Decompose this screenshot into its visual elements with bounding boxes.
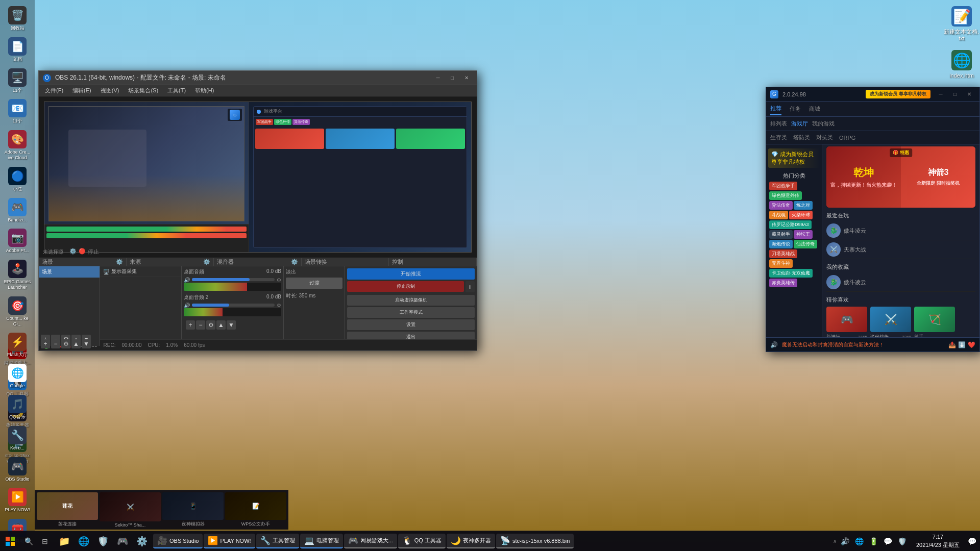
obs-volume-slider-1[interactable] [192, 304, 275, 307]
gp-fav-game-0[interactable]: 🐉 傲斗凌云 [826, 273, 975, 292]
gp-nav-orpg[interactable]: ORPG [839, 135, 855, 141]
obs-up-source[interactable]: ▲ [71, 339, 81, 348]
thumb-wps[interactable]: 📝 WPS公文办手 [225, 492, 286, 528]
thumb-night[interactable]: 📱 夜神模拟器 [162, 492, 224, 528]
taskbar-app-shield[interactable]: 🛡️ [94, 532, 112, 550]
gp-tag-7[interactable]: 藏灵射手 [769, 230, 793, 239]
taskbar-running-play[interactable]: ▶️ PLAY NOW! [204, 534, 255, 548]
desktop-icon-buildtext[interactable]: 📝 新建文本文档.txt [941, 4, 980, 44]
taskbar-running-netease[interactable]: 🎮 网易游戏大... [344, 534, 397, 548]
obs-scene-item-0[interactable]: 场景 [39, 266, 100, 278]
sidebar-icon-recycle[interactable]: 🗑️ 回收站 [2, 4, 33, 33]
tray-volume-icon[interactable]: 🔊 [839, 535, 851, 547]
gp-tag-3[interactable]: 炼之对 [794, 201, 813, 210]
obs-source-item-0[interactable]: 🖥️ 显示器采集 [100, 266, 181, 277]
gp-tab-shop[interactable]: 商城 [809, 103, 820, 115]
obs-settings-source[interactable]: ⚙ [61, 339, 70, 348]
obs-rec-pause[interactable]: ⏸ [465, 281, 475, 292]
obs-up-mixer[interactable]: ▲ [216, 320, 226, 330]
taskbar-notification-button[interactable]: 💬 [964, 531, 980, 552]
obs-stop-rec-button[interactable]: 停止录制 [347, 281, 464, 292]
sidebar-icon-steam[interactable]: 🎮 OBS Studio [2, 455, 33, 484]
obs-studio-mode-button[interactable]: 工作室模式 [347, 307, 475, 318]
sidebar-icon-counter[interactable]: 🎯 Count... ke Gi... [2, 294, 33, 329]
gp-tag-1[interactable]: 绿色惬意外传 [769, 191, 802, 200]
obs-sources-add[interactable]: ⚙️ [203, 259, 210, 265]
gp-notif-download[interactable]: ⬇️ [958, 341, 966, 348]
gp-close-button[interactable]: ✕ [963, 90, 975, 98]
obs-settings-icon[interactable]: ⚙️ [69, 248, 77, 256]
obs-remove-source[interactable]: − [51, 339, 60, 348]
gp-recent-game-1[interactable]: ⚔️ 天寨大战 [826, 240, 975, 259]
taskbar-running-qq[interactable]: 🐧 QQ 工具器 [398, 534, 446, 548]
taskbar-app-browser[interactable]: 🌐 [75, 532, 93, 550]
obs-settings-mixer-btn[interactable]: ⚙ [206, 320, 215, 330]
sidebar-icon-google[interactable]: 🌐 Google [2, 362, 33, 391]
gp-maximize-button[interactable]: □ [949, 90, 961, 98]
sidebar-icon-docs[interactable]: 📄 文档 [2, 35, 33, 64]
gp-tag-6[interactable]: 传罗记公路D99A3 [769, 220, 812, 229]
gp-rec-card-2[interactable]: 🏹 射手 ★★★☆☆ [914, 307, 955, 337]
obs-settings-mixer-0[interactable]: ⚙ [277, 277, 281, 283]
gp-tab-tasks[interactable]: 任务 [790, 103, 801, 115]
obs-maximize-button[interactable]: □ [446, 74, 458, 82]
gp-diamond-vip[interactable]: 💎 成为新锐会员尊享非凡特权 [768, 148, 820, 168]
taskbar-taskview-button[interactable]: ⊟ [37, 531, 53, 552]
gp-nav-tower[interactable]: 塔防类 [793, 134, 810, 141]
gp-tag-12[interactable]: 无界斗神 [769, 259, 793, 268]
obs-scenes-add[interactable]: ⚙️ [116, 259, 123, 265]
obs-start-stream-button[interactable]: 开始推流 [347, 268, 475, 280]
obs-cut-button[interactable]: 过渡 [286, 278, 342, 289]
obs-add-mixer[interactable]: + [186, 320, 195, 330]
thumb-sekiro[interactable]: ⚔️ Sekiro™ Sha... [100, 492, 161, 528]
obs-record-icon[interactable]: 🔴 [79, 248, 86, 256]
gp-tag-5[interactable]: 火柴环球 [789, 211, 813, 219]
gp-notif-share[interactable]: 📤 [948, 341, 956, 348]
gp-minimize-button[interactable]: ─ [935, 90, 947, 98]
gp-nav-mygames[interactable]: 我的游戏 [812, 120, 835, 128]
gp-tag-0[interactable]: 军团战争手 [769, 182, 797, 190]
taskbar-app-game[interactable]: 🎮 [113, 532, 132, 550]
gp-tag-13[interactable]: 卡卫仙距·无双仙魔 [769, 269, 813, 278]
thumb-lotus[interactable]: 莲花 莲花连接 [37, 492, 98, 528]
obs-menu-tools[interactable]: 工具(T) [163, 86, 190, 95]
tray-expand-button[interactable]: ∧ [833, 538, 837, 544]
taskbar-running-night[interactable]: 🌙 夜神多开器 [447, 534, 495, 548]
gp-tag-2[interactable]: 异法传奇 [769, 201, 793, 210]
obs-remove-mixer[interactable]: − [196, 320, 205, 330]
gp-tag-9[interactable]: 海炮传说 [769, 240, 793, 248]
gp-tag-10[interactable]: 仙法传奇 [794, 240, 817, 248]
obs-menu-help[interactable]: 帮助(H) [191, 86, 218, 95]
obs-down-mixer[interactable]: ▼ [227, 320, 236, 330]
obs-settings-button[interactable]: 设置 [347, 319, 475, 330]
obs-menu-view[interactable]: 视图(V) [96, 86, 124, 95]
taskbar-running-manage[interactable]: 💻 电脑管理 [300, 534, 343, 548]
gp-tag-11[interactable]: 刀塔英雄战 [769, 249, 797, 258]
obs-mute-0[interactable]: 🔊 [184, 277, 190, 283]
obs-menu-scene-collection[interactable]: 场景集合(S) [124, 86, 162, 95]
gp-rec-card-0[interactable]: 🎮 新神坛 3155 ★★★★★ [826, 307, 867, 337]
obs-minimize-button[interactable]: ─ [432, 74, 444, 82]
gp-tag-8[interactable]: 神坛王 [794, 230, 813, 239]
tray-battery-icon[interactable]: 🔋 [867, 535, 879, 547]
gp-tag-14[interactable]: 赤炎英雄传 [769, 279, 797, 287]
tray-network-icon[interactable]: 🌐 [853, 535, 865, 547]
gp-nav-queue[interactable]: 排列表 [770, 120, 787, 128]
sidebar-icon-bandiz[interactable]: 🎮 Bandizi... [2, 196, 33, 225]
obs-settings-mixer-1[interactable]: ⚙ [277, 303, 281, 308]
gp-nav-pvp[interactable]: 对抗类 [816, 134, 833, 141]
sidebar-icon-adobe[interactable]: 🎨 Adobe Cre...ive Cloud [2, 128, 33, 163]
gp-tab-featured[interactable]: 推荐 [770, 103, 781, 115]
obs-add-source[interactable]: + [41, 339, 50, 348]
sidebar-icon-flash[interactable]: ⚡ Flash大厅 [2, 331, 33, 360]
taskbar-app-filemanager[interactable]: 📁 [55, 532, 74, 550]
obs-down-source[interactable]: ▼ [82, 339, 91, 348]
sidebar-icon-apps[interactable]: 🖥️ 11个 [2, 66, 33, 95]
tray-message-icon[interactable]: 💬 [881, 535, 894, 547]
sidebar-icon-play[interactable]: ▶️ PLAY NOW! [2, 486, 33, 515]
sidebar-icon-kei[interactable]: 🔧 Kei u... [2, 424, 33, 453]
gp-nav-gamehall[interactable]: 游戏厅 [791, 120, 808, 128]
taskbar-running-stc[interactable]: 📡 stc-isp-15xx v6.888.bin [496, 534, 574, 548]
sidebar-icon-epic[interactable]: 🕹️ EPIC Games Launcher [2, 258, 33, 292]
gp-notif-heart[interactable]: ❤️ [968, 341, 975, 348]
